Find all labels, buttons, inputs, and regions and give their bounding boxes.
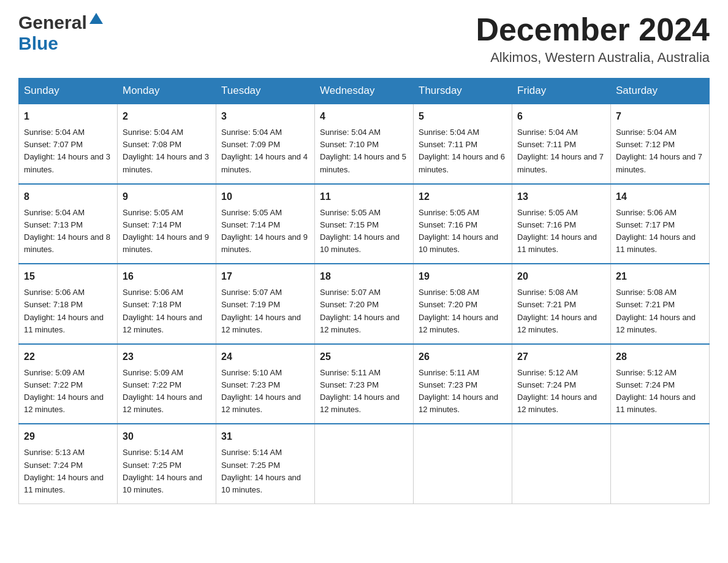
- day-cell-12: 12Sunrise: 5:05 AMSunset: 7:16 PMDayligh…: [414, 184, 512, 264]
- day-number: 26: [419, 350, 507, 364]
- day-cell-16: 16Sunrise: 5:06 AMSunset: 7:18 PMDayligh…: [118, 264, 216, 344]
- day-number: 2: [123, 109, 211, 124]
- cell-text: Sunrise: 5:07 AMSunset: 7:20 PMDaylight:…: [320, 286, 408, 336]
- day-number: 4: [320, 109, 408, 124]
- day-number: 17: [221, 269, 309, 284]
- location-title: Alkimos, Western Australia, Australia: [476, 50, 710, 66]
- day-number: 5: [419, 109, 507, 124]
- cell-text: Sunrise: 5:04 AMSunset: 7:11 PMDaylight:…: [517, 126, 605, 176]
- day-number: 9: [123, 190, 211, 204]
- cell-text: Sunrise: 5:08 AMSunset: 7:20 PMDaylight:…: [419, 286, 507, 336]
- day-cell-7: 7Sunrise: 5:04 AMSunset: 7:12 PMDaylight…: [611, 104, 710, 184]
- day-cell-30: 30Sunrise: 5:14 AMSunset: 7:25 PMDayligh…: [118, 424, 216, 504]
- day-cell-13: 13Sunrise: 5:05 AMSunset: 7:16 PMDayligh…: [512, 184, 611, 264]
- cell-text: Sunrise: 5:04 AMSunset: 7:07 PMDaylight:…: [24, 126, 112, 176]
- day-number: 3: [221, 109, 309, 124]
- cell-text: Sunrise: 5:06 AMSunset: 7:18 PMDaylight:…: [123, 286, 211, 336]
- week-row-5: 29Sunrise: 5:13 AMSunset: 7:24 PMDayligh…: [19, 424, 710, 504]
- day-number: 18: [320, 269, 408, 284]
- logo-triangle-icon: [89, 13, 103, 29]
- day-cell-15: 15Sunrise: 5:06 AMSunset: 7:18 PMDayligh…: [19, 264, 118, 344]
- day-cell-1: 1Sunrise: 5:04 AMSunset: 7:07 PMDaylight…: [19, 104, 118, 184]
- day-number: 30: [123, 429, 211, 444]
- empty-cell: [611, 424, 710, 504]
- cell-text: Sunrise: 5:04 AMSunset: 7:10 PMDaylight:…: [320, 126, 408, 176]
- day-cell-5: 5Sunrise: 5:04 AMSunset: 7:11 PMDaylight…: [414, 104, 512, 184]
- cell-text: Sunrise: 5:08 AMSunset: 7:21 PMDaylight:…: [616, 286, 704, 336]
- cell-text: Sunrise: 5:14 AMSunset: 7:25 PMDaylight:…: [221, 446, 309, 496]
- day-cell-8: 8Sunrise: 5:04 AMSunset: 7:13 PMDaylight…: [19, 184, 118, 264]
- empty-cell: [414, 424, 512, 504]
- header-day-monday: Monday: [118, 79, 216, 104]
- cell-text: Sunrise: 5:13 AMSunset: 7:24 PMDaylight:…: [24, 446, 112, 496]
- day-number: 23: [123, 350, 211, 364]
- day-number: 1: [24, 109, 112, 124]
- cell-text: Sunrise: 5:04 AMSunset: 7:13 PMDaylight:…: [24, 207, 112, 256]
- day-number: 11: [320, 190, 408, 204]
- day-cell-24: 24Sunrise: 5:10 AMSunset: 7:23 PMDayligh…: [216, 344, 315, 424]
- day-number: 29: [24, 429, 112, 444]
- logo-area: General Blue: [18, 12, 103, 54]
- cell-text: Sunrise: 5:12 AMSunset: 7:24 PMDaylight:…: [616, 367, 704, 416]
- day-number: 6: [517, 109, 605, 124]
- cell-text: Sunrise: 5:04 AMSunset: 7:08 PMDaylight:…: [123, 126, 211, 176]
- title-area: December 2024 Alkimos, Western Australia…: [476, 12, 710, 66]
- day-number: 12: [419, 190, 507, 204]
- logo-general-text: General: [18, 12, 87, 33]
- day-cell-14: 14Sunrise: 5:06 AMSunset: 7:17 PMDayligh…: [611, 184, 710, 264]
- day-number: 24: [221, 350, 309, 364]
- cell-text: Sunrise: 5:07 AMSunset: 7:19 PMDaylight:…: [221, 286, 309, 336]
- cell-text: Sunrise: 5:05 AMSunset: 7:16 PMDaylight:…: [517, 207, 605, 256]
- day-number: 10: [221, 190, 309, 204]
- header-day-sunday: Sunday: [19, 79, 118, 104]
- header-row: SundayMondayTuesdayWednesdayThursdayFrid…: [19, 79, 710, 104]
- week-row-4: 22Sunrise: 5:09 AMSunset: 7:22 PMDayligh…: [19, 344, 710, 424]
- calendar-table: SundayMondayTuesdayWednesdayThursdayFrid…: [18, 78, 710, 504]
- cell-text: Sunrise: 5:05 AMSunset: 7:16 PMDaylight:…: [419, 207, 507, 256]
- empty-cell: [315, 424, 414, 504]
- day-number: 31: [221, 429, 309, 444]
- day-cell-21: 21Sunrise: 5:08 AMSunset: 7:21 PMDayligh…: [611, 264, 710, 344]
- cell-text: Sunrise: 5:04 AMSunset: 7:12 PMDaylight:…: [616, 126, 704, 176]
- header: General Blue December 2024 Alkimos, West…: [18, 12, 710, 66]
- cell-text: Sunrise: 5:08 AMSunset: 7:21 PMDaylight:…: [517, 286, 605, 336]
- empty-cell: [512, 424, 611, 504]
- cell-text: Sunrise: 5:06 AMSunset: 7:17 PMDaylight:…: [616, 207, 704, 256]
- day-number: 19: [419, 269, 507, 284]
- cell-text: Sunrise: 5:14 AMSunset: 7:25 PMDaylight:…: [123, 446, 211, 496]
- day-cell-4: 4Sunrise: 5:04 AMSunset: 7:10 PMDaylight…: [315, 104, 414, 184]
- cell-text: Sunrise: 5:05 AMSunset: 7:14 PMDaylight:…: [123, 207, 211, 256]
- header-day-tuesday: Tuesday: [216, 79, 315, 104]
- svg-marker-0: [89, 13, 103, 24]
- day-number: 22: [24, 350, 112, 364]
- day-cell-17: 17Sunrise: 5:07 AMSunset: 7:19 PMDayligh…: [216, 264, 315, 344]
- header-day-thursday: Thursday: [414, 79, 512, 104]
- day-number: 15: [24, 269, 112, 284]
- cell-text: Sunrise: 5:05 AMSunset: 7:15 PMDaylight:…: [320, 207, 408, 256]
- day-number: 7: [616, 109, 704, 124]
- day-cell-22: 22Sunrise: 5:09 AMSunset: 7:22 PMDayligh…: [19, 344, 118, 424]
- day-cell-29: 29Sunrise: 5:13 AMSunset: 7:24 PMDayligh…: [19, 424, 118, 504]
- day-number: 28: [616, 350, 704, 364]
- day-cell-20: 20Sunrise: 5:08 AMSunset: 7:21 PMDayligh…: [512, 264, 611, 344]
- day-number: 8: [24, 190, 112, 204]
- week-row-1: 1Sunrise: 5:04 AMSunset: 7:07 PMDaylight…: [19, 104, 710, 184]
- day-cell-28: 28Sunrise: 5:12 AMSunset: 7:24 PMDayligh…: [611, 344, 710, 424]
- day-cell-31: 31Sunrise: 5:14 AMSunset: 7:25 PMDayligh…: [216, 424, 315, 504]
- day-cell-25: 25Sunrise: 5:11 AMSunset: 7:23 PMDayligh…: [315, 344, 414, 424]
- cell-text: Sunrise: 5:09 AMSunset: 7:22 PMDaylight:…: [24, 367, 112, 416]
- day-number: 13: [517, 190, 605, 204]
- week-row-2: 8Sunrise: 5:04 AMSunset: 7:13 PMDaylight…: [19, 184, 710, 264]
- day-cell-6: 6Sunrise: 5:04 AMSunset: 7:11 PMDaylight…: [512, 104, 611, 184]
- day-cell-9: 9Sunrise: 5:05 AMSunset: 7:14 PMDaylight…: [118, 184, 216, 264]
- day-cell-23: 23Sunrise: 5:09 AMSunset: 7:22 PMDayligh…: [118, 344, 216, 424]
- cell-text: Sunrise: 5:12 AMSunset: 7:24 PMDaylight:…: [517, 367, 605, 416]
- cell-text: Sunrise: 5:11 AMSunset: 7:23 PMDaylight:…: [419, 367, 507, 416]
- day-cell-27: 27Sunrise: 5:12 AMSunset: 7:24 PMDayligh…: [512, 344, 611, 424]
- cell-text: Sunrise: 5:04 AMSunset: 7:11 PMDaylight:…: [419, 126, 507, 176]
- day-cell-10: 10Sunrise: 5:05 AMSunset: 7:14 PMDayligh…: [216, 184, 315, 264]
- cell-text: Sunrise: 5:04 AMSunset: 7:09 PMDaylight:…: [221, 126, 309, 176]
- cell-text: Sunrise: 5:11 AMSunset: 7:23 PMDaylight:…: [320, 367, 408, 416]
- day-cell-2: 2Sunrise: 5:04 AMSunset: 7:08 PMDaylight…: [118, 104, 216, 184]
- cell-text: Sunrise: 5:09 AMSunset: 7:22 PMDaylight:…: [123, 367, 211, 416]
